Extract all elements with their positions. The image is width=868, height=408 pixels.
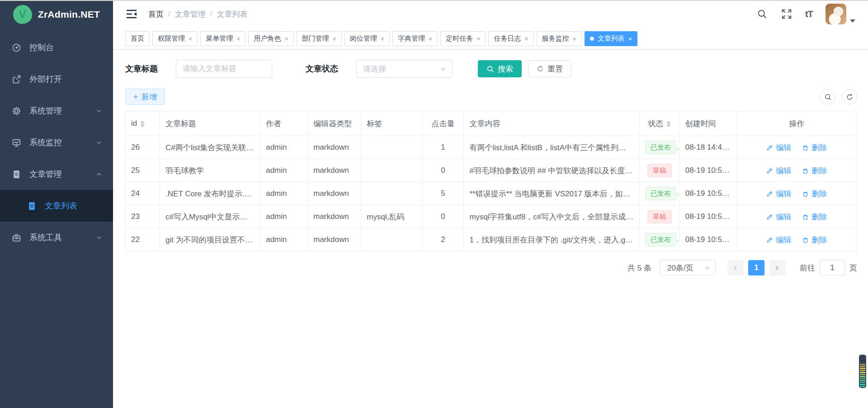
cell-author: admin — [260, 205, 308, 228]
tab-menu-management[interactable]: 菜单管理× — [200, 31, 245, 46]
cell-title: git 为不同的项目设置不同... — [160, 228, 260, 251]
delete-button[interactable]: 删除 — [802, 189, 827, 199]
cell-actions: 编辑 删除 — [736, 182, 857, 205]
header-search-icon[interactable] — [756, 8, 768, 20]
external-link-icon — [12, 75, 21, 84]
tab-task-logs[interactable]: 任务日志× — [488, 31, 533, 46]
column-header-status[interactable]: 状态 — [639, 111, 679, 136]
user-menu[interactable] — [826, 4, 855, 24]
logo-icon: V — [13, 5, 32, 24]
tab-close-icon[interactable]: × — [189, 36, 192, 42]
tab-close-icon[interactable]: × — [236, 36, 240, 42]
tab-close-icon[interactable]: × — [573, 36, 576, 42]
cell-actions: 编辑 删除 — [736, 136, 857, 159]
cell-title: C#两个list集合实现关联，... — [160, 136, 260, 159]
tab-close-icon[interactable]: × — [524, 36, 528, 42]
sort-icon[interactable] — [140, 121, 145, 127]
reset-button[interactable]: 重置 — [528, 60, 571, 77]
tab-close-icon[interactable]: × — [284, 36, 288, 42]
add-button[interactable]: + 新增 — [125, 89, 165, 105]
edit-button[interactable]: 编辑 — [766, 142, 791, 153]
search-button-label: 搜索 — [498, 64, 513, 74]
edit-button[interactable]: 编辑 — [766, 235, 791, 245]
page-size-select[interactable]: 20条/页 — [660, 260, 716, 275]
sidebar-item-article-management[interactable]: 文章管理 — [0, 158, 113, 190]
column-header-author: 作者 — [260, 111, 308, 136]
search-button[interactable]: 搜索 — [478, 60, 522, 77]
tab-department-management[interactable]: 部门管理× — [297, 31, 342, 46]
tab-close-icon[interactable]: × — [429, 36, 432, 42]
column-label: 点击量 — [431, 119, 454, 128]
toolbox-icon — [12, 233, 21, 242]
tab-home[interactable]: 首页 — [125, 31, 150, 46]
table-search-toggle-button[interactable] — [820, 89, 835, 104]
sidebar-item-label: 控制台 — [29, 42, 54, 53]
delete-button[interactable]: 删除 — [802, 235, 827, 245]
sidebar-menu: 控制台 外部打开 系统管理 系统监控 — [0, 32, 113, 253]
tab-label: 用户角色 — [254, 34, 281, 43]
cell-id: 24 — [126, 182, 160, 205]
avatar[interactable] — [826, 4, 846, 24]
column-header-id[interactable]: id — [126, 111, 160, 136]
cell-status: 已发布 — [639, 228, 679, 251]
delete-button[interactable]: 删除 — [802, 142, 827, 153]
delete-label: 删除 — [811, 235, 827, 245]
edit-label: 编辑 — [776, 142, 791, 153]
tab-post-management[interactable]: 岗位管理× — [344, 31, 390, 46]
sort-icon[interactable] — [666, 121, 671, 127]
fullscreen-icon[interactable] — [781, 8, 793, 20]
sidebar-item-system-management[interactable]: 系统管理 — [0, 95, 113, 127]
sidebar-item-article-list[interactable]: 文章列表 — [0, 190, 113, 222]
page-number-current[interactable]: 1 — [748, 260, 764, 275]
font-size-icon[interactable]: tT — [805, 9, 813, 19]
edit-button[interactable]: 编辑 — [766, 166, 791, 176]
tab-close-icon[interactable]: × — [333, 36, 336, 42]
cell-content: **错误提示** 当电脑更新 VS2017 版本后，如果... — [464, 182, 639, 205]
tab-close-icon[interactable]: × — [476, 36, 480, 42]
tab-user-role[interactable]: 用户角色× — [248, 31, 293, 46]
breadcrumb-item-article-management[interactable]: 文章管理 — [175, 9, 206, 19]
cell-author: admin — [260, 159, 308, 182]
tab-close-icon[interactable]: × — [628, 36, 632, 42]
edit-button[interactable]: 编辑 — [766, 189, 791, 199]
tab-close-icon[interactable]: × — [381, 36, 384, 42]
edit-button[interactable]: 编辑 — [766, 212, 791, 222]
app-logo[interactable]: V ZrAdmin.NET — [0, 0, 113, 29]
delete-label: 删除 — [811, 166, 827, 176]
next-page-button[interactable] — [769, 260, 785, 275]
cell-created: 08-19 10:51:29 — [679, 159, 736, 182]
sidebar-collapse-icon[interactable] — [126, 8, 137, 20]
goto-page-input[interactable] — [820, 260, 845, 275]
tab-scheduled-tasks[interactable]: 定时任务× — [440, 31, 486, 46]
sidebar-item-dashboard[interactable]: 控制台 — [0, 32, 113, 63]
prev-page-button[interactable] — [727, 260, 744, 275]
tab-article-list[interactable]: 文章列表× — [585, 31, 637, 46]
edit-icon — [766, 213, 773, 220]
sidebar-item-external-open[interactable]: 外部打开 — [0, 63, 113, 95]
cell-actions: 编辑 删除 — [736, 205, 857, 228]
sidebar-item-system-tools[interactable]: 系统工具 — [0, 222, 113, 253]
tab-service-monitor[interactable]: 服务监控× — [537, 31, 582, 46]
main-area: 首页 / 文章管理 / 文章列表 tT — [113, 0, 868, 408]
tab-dict-management[interactable]: 字典管理× — [392, 31, 438, 46]
status-badge: 草稿 — [647, 210, 672, 223]
trash-icon — [802, 144, 809, 151]
article-status-label: 文章状态 — [306, 63, 338, 74]
chevron-down-icon — [96, 234, 102, 241]
delete-button[interactable]: 删除 — [802, 166, 827, 176]
delete-button[interactable]: 删除 — [802, 212, 827, 222]
cell-created: 08-19 10:51:27 — [679, 182, 736, 205]
tab-permission-management[interactable]: 权限管理× — [152, 31, 198, 46]
breadcrumb-item-home[interactable]: 首页 — [148, 9, 164, 19]
table-refresh-button[interactable] — [842, 89, 857, 104]
breadcrumb-separator: / — [168, 9, 170, 19]
table-row: 25 羽毛球教学 admin markdown 0 #羽毛球拍参数说明 ## 中… — [126, 159, 857, 182]
scrollbar-widget[interactable] — [859, 355, 866, 388]
search-icon — [824, 93, 832, 101]
sidebar-item-label: 系统工具 — [29, 232, 62, 243]
sidebar-item-system-monitor[interactable]: 系统监控 — [0, 127, 113, 158]
article-title-input[interactable] — [176, 60, 272, 78]
refresh-icon — [846, 93, 854, 101]
article-status-select[interactable]: 请选择 — [356, 60, 453, 78]
page-size-value: 20条/页 — [667, 263, 693, 273]
